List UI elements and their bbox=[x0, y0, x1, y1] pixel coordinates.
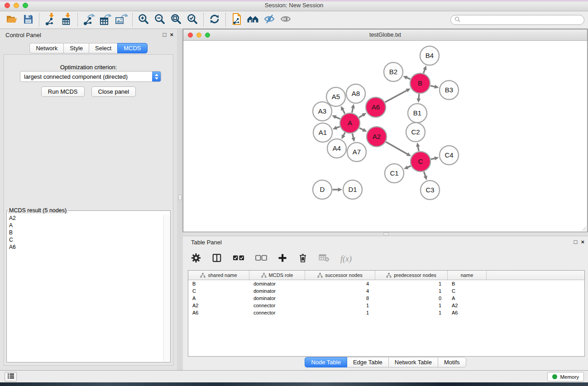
table-cell[interactable]: 1 bbox=[305, 302, 375, 309]
graph-edge-A-A4[interactable] bbox=[342, 133, 345, 139]
graph-edge-A-A6[interactable] bbox=[359, 113, 367, 118]
graph-node-C2[interactable]: C2 bbox=[406, 123, 425, 142]
tab-style[interactable]: Style bbox=[63, 43, 89, 53]
graph-edge-A-A2[interactable] bbox=[359, 128, 367, 132]
graph-node-A[interactable]: A bbox=[340, 113, 360, 133]
table-cell[interactable]: 0 bbox=[375, 295, 448, 302]
apply-layout-button[interactable] bbox=[206, 13, 223, 27]
import-network-button[interactable] bbox=[42, 13, 58, 27]
graph-edge-C-C2[interactable] bbox=[416, 143, 420, 151]
graph-edge-B-B3[interactable] bbox=[430, 85, 439, 89]
save-session-button[interactable] bbox=[20, 13, 36, 27]
graph-node-A5[interactable]: A5 bbox=[326, 87, 345, 106]
resize-grip-icon[interactable] bbox=[581, 226, 587, 231]
search-input[interactable] bbox=[460, 17, 580, 23]
graph-node-A6[interactable]: A6 bbox=[366, 97, 386, 117]
graph-node-A8[interactable]: A8 bbox=[346, 84, 365, 103]
zoom-out-button[interactable] bbox=[152, 13, 168, 27]
table-tab-network-table[interactable]: Network Table bbox=[388, 357, 438, 367]
graph-node-C4[interactable]: C4 bbox=[440, 146, 459, 165]
table-cell[interactable]: B bbox=[448, 280, 487, 287]
graph-edge-B-B1[interactable] bbox=[417, 94, 421, 103]
search-box[interactable] bbox=[450, 15, 584, 25]
tab-mcds[interactable]: MCDS bbox=[117, 43, 147, 53]
network-canvas[interactable]: B4B2BB3B1A5A8A3A6AA1C2A4A7A2CC4C1C3DD1 bbox=[183, 41, 587, 232]
graph-node-D[interactable]: D bbox=[313, 180, 332, 199]
graph-node-A4[interactable]: A4 bbox=[327, 139, 346, 158]
column-header-predecessor-nodes[interactable]: predecessor nodes bbox=[375, 271, 448, 280]
mcds-result-item[interactable]: A6 bbox=[7, 243, 163, 251]
mcds-result-list[interactable]: A2ABCA6 bbox=[7, 214, 163, 362]
table-tab-edge-table[interactable]: Edge Table bbox=[347, 357, 389, 367]
tab-select[interactable]: Select bbox=[89, 43, 118, 53]
graph-node-B1[interactable]: B1 bbox=[408, 104, 427, 123]
result-scrollbar[interactable] bbox=[163, 214, 170, 362]
graph-node-A7[interactable]: A7 bbox=[347, 143, 366, 162]
table-cell[interactable]: A6 bbox=[448, 309, 487, 316]
table-cell[interactable]: C bbox=[448, 287, 487, 295]
graph-node-A1[interactable]: A1 bbox=[313, 123, 332, 142]
table-cell[interactable]: C bbox=[188, 287, 249, 295]
graph-node-B[interactable]: B bbox=[410, 73, 430, 93]
table-cell[interactable]: connector bbox=[249, 302, 305, 309]
graph-edge-A-A8[interactable] bbox=[351, 104, 355, 113]
graph-node-C[interactable]: C bbox=[411, 152, 430, 172]
graph-edge-A-A1[interactable] bbox=[333, 126, 340, 129]
deselect-all-columns-button[interactable] bbox=[255, 255, 267, 263]
graph-node-D1[interactable]: D1 bbox=[343, 180, 362, 199]
delete-table-button[interactable] bbox=[319, 254, 330, 264]
table-cell[interactable]: 4 bbox=[305, 280, 375, 287]
export-network-button[interactable] bbox=[81, 13, 97, 27]
table-cell[interactable]: dominator bbox=[249, 295, 305, 302]
graph-node-B4[interactable]: B4 bbox=[420, 46, 439, 65]
mcds-result-item[interactable]: C bbox=[7, 236, 163, 243]
graph-edge-A-A7[interactable] bbox=[351, 133, 355, 142]
graph-edge-C-C4[interactable] bbox=[431, 157, 439, 161]
mcds-result-item[interactable]: A bbox=[7, 222, 163, 229]
graph-node-C3[interactable]: C3 bbox=[421, 181, 440, 200]
graph-node-A2[interactable]: A2 bbox=[367, 127, 387, 147]
app-titlebar[interactable]: Session: New Session bbox=[0, 0, 588, 11]
table-cell[interactable]: 8 bbox=[305, 295, 375, 302]
column-header-shared-name[interactable]: shared name bbox=[188, 271, 249, 280]
network-window-titlebar[interactable]: testGlobe.txt bbox=[183, 29, 587, 41]
graph-node-B2[interactable]: B2 bbox=[384, 62, 403, 81]
export-table-button[interactable] bbox=[97, 13, 113, 27]
import-table-button[interactable] bbox=[58, 13, 75, 27]
show-hide-panel-button[interactable] bbox=[277, 13, 294, 27]
graph-edge-A-A3[interactable] bbox=[332, 115, 340, 119]
table-cell[interactable]: A bbox=[188, 295, 249, 302]
mcds-result-item[interactable]: A2 bbox=[7, 214, 163, 222]
show-graphics-details-button[interactable] bbox=[261, 13, 277, 27]
table-cell[interactable]: dominator bbox=[249, 287, 305, 295]
graph-edge-B-B2[interactable] bbox=[403, 76, 410, 80]
table-cell[interactable]: A2 bbox=[448, 302, 487, 309]
table-tab-motifs[interactable]: Motifs bbox=[438, 357, 466, 367]
new-network-from-selection-button[interactable] bbox=[229, 13, 245, 27]
table-cell[interactable]: 1 bbox=[375, 280, 448, 287]
graph-edge-A-A5[interactable] bbox=[341, 106, 345, 114]
graph-edge-D-D1[interactable] bbox=[333, 188, 343, 192]
column-header-name[interactable]: name bbox=[448, 271, 487, 280]
graph-edge-A2-C[interactable] bbox=[386, 142, 411, 157]
table-cell[interactable]: 1 bbox=[375, 287, 448, 295]
graph-edge-C-C3[interactable] bbox=[424, 172, 427, 180]
zoom-fit-button[interactable] bbox=[168, 13, 184, 27]
graph-edge-B-B4[interactable] bbox=[423, 66, 426, 73]
function-builder-button[interactable]: f(x) bbox=[340, 254, 352, 264]
table-cell[interactable]: A2 bbox=[188, 302, 249, 309]
zoom-selected-button[interactable] bbox=[184, 13, 201, 27]
column-header-successor-nodes[interactable]: successor nodes bbox=[305, 271, 375, 280]
table-cell[interactable]: A6 bbox=[188, 309, 249, 316]
memory-button[interactable]: Memory bbox=[547, 372, 584, 381]
show-column-panel-button[interactable] bbox=[212, 253, 222, 265]
table-cell[interactable]: dominator bbox=[249, 280, 305, 287]
splitter-handle[interactable] bbox=[383, 233, 389, 235]
graph-edge-C-C1[interactable] bbox=[404, 166, 411, 169]
graph-edge-A6-B[interactable] bbox=[385, 88, 411, 102]
mcds-result-item[interactable]: B bbox=[7, 229, 163, 236]
graph-node-C1[interactable]: C1 bbox=[385, 164, 404, 183]
criterion-dropdown[interactable]: largest connected component (directed) bbox=[20, 71, 161, 82]
graph-node-B3[interactable]: B3 bbox=[440, 81, 459, 100]
close-panel-button[interactable]: Close panel bbox=[91, 86, 136, 97]
